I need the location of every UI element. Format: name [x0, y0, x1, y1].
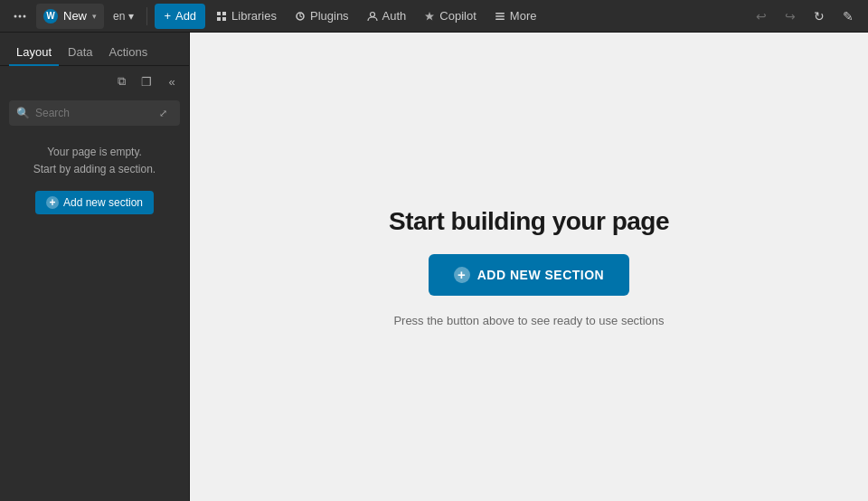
undo-icon: ↩ — [756, 9, 767, 24]
libraries-icon — [216, 11, 227, 22]
search-icon: 🔍 — [16, 107, 30, 119]
sidebar-add-section-button[interactable]: + Add new section — [35, 191, 154, 214]
empty-line2: Start by adding a section. — [33, 163, 156, 175]
language-button[interactable]: en ▾ — [108, 4, 139, 29]
redo-icon: ↪ — [785, 9, 796, 24]
refresh-button[interactable]: ↻ — [807, 4, 832, 29]
svg-point-2 — [24, 14, 26, 17]
search-input[interactable] — [35, 100, 147, 126]
wordpress-icon: W — [43, 9, 58, 24]
expand-button[interactable]: ⤢ — [153, 103, 173, 123]
libraries-label: Libraries — [231, 9, 277, 23]
app-menu-button[interactable] — [7, 4, 33, 29]
redo-button[interactable]: ↪ — [778, 4, 803, 29]
svg-rect-11 — [495, 18, 505, 20]
add-icon: + — [164, 9, 171, 23]
canvas-add-icon: + — [454, 267, 470, 283]
canvas-inner: Start building your page + ADD NEW SECTI… — [389, 207, 669, 327]
lang-chevron-icon: ▾ — [128, 10, 134, 23]
main-area: Layout Data Actions ⧉ ❐ « 🔍 ⤢ Your page … — [0, 33, 868, 501]
undo-button[interactable]: ↩ — [749, 4, 774, 29]
canvas-add-label: ADD NEW SECTION — [477, 268, 605, 282]
top-nav: W New ▾ en ▾ + Add Libraries Plugins Aut… — [0, 0, 868, 33]
empty-page-message: Your page is empty. Start by adding a se… — [33, 144, 156, 178]
empty-line1: Your page is empty. — [47, 146, 142, 158]
svg-rect-5 — [217, 17, 221, 21]
lang-label: en — [113, 10, 125, 23]
plugins-icon — [295, 11, 306, 22]
svg-rect-3 — [217, 12, 221, 15]
canvas-add-section-button[interactable]: + ADD NEW SECTION — [429, 254, 630, 296]
collapse-sidebar-button[interactable]: « — [160, 70, 184, 93]
canvas-area: Start building your page + ADD NEW SECTI… — [190, 33, 868, 501]
pen-icon: ✎ — [843, 9, 854, 24]
svg-point-0 — [14, 14, 17, 17]
new-chevron-icon: ▾ — [92, 12, 97, 21]
copilot-label: Copilot — [439, 9, 476, 23]
copilot-button[interactable]: Copilot — [417, 4, 483, 29]
sidebar-search-container: 🔍 ⤢ — [0, 97, 189, 133]
canvas-heading: Start building your page — [389, 207, 669, 236]
libraries-button[interactable]: Libraries — [209, 4, 284, 29]
more-icon — [495, 11, 505, 22]
new-page-button[interactable]: W New ▾ — [36, 4, 104, 29]
svg-rect-9 — [495, 13, 505, 14]
sidebar-add-section-label: Add new section — [63, 196, 143, 209]
copilot-icon — [424, 11, 435, 22]
auth-label: Auth — [382, 9, 407, 23]
svg-point-1 — [19, 14, 22, 17]
add-label: Add — [175, 9, 196, 23]
svg-rect-10 — [495, 15, 505, 17]
new-label: New — [63, 9, 87, 23]
add-button[interactable]: + Add — [155, 4, 205, 29]
search-wrapper: 🔍 ⤢ — [9, 100, 180, 126]
svg-point-8 — [370, 12, 374, 16]
svg-rect-4 — [222, 12, 226, 15]
sidebar-tabs: Layout Data Actions — [0, 33, 189, 66]
copy-button[interactable]: ❐ — [135, 70, 158, 93]
refresh-icon: ↻ — [814, 9, 825, 24]
nav-separator — [146, 7, 147, 25]
duplicate-button[interactable]: ⧉ — [109, 70, 133, 93]
plugins-label: Plugins — [310, 9, 349, 23]
sidebar-content: Your page is empty. Start by adding a se… — [0, 133, 189, 501]
svg-rect-6 — [222, 17, 226, 21]
pen-button[interactable]: ✎ — [835, 4, 861, 29]
more-button[interactable]: More — [487, 4, 544, 29]
plugins-button[interactable]: Plugins — [288, 4, 356, 29]
tab-actions[interactable]: Actions — [102, 40, 156, 66]
tab-data[interactable]: Data — [61, 40, 99, 66]
sidebar-add-section-icon: + — [46, 196, 59, 209]
canvas-sub-text: Press the button above to see ready to u… — [393, 314, 664, 327]
sidebar: Layout Data Actions ⧉ ❐ « 🔍 ⤢ Your page … — [0, 33, 190, 501]
auth-icon — [367, 11, 378, 22]
more-label: More — [510, 9, 537, 23]
tab-layout[interactable]: Layout — [9, 40, 59, 66]
sidebar-actions: ⧉ ❐ « — [0, 66, 189, 97]
auth-button[interactable]: Auth — [360, 4, 414, 29]
